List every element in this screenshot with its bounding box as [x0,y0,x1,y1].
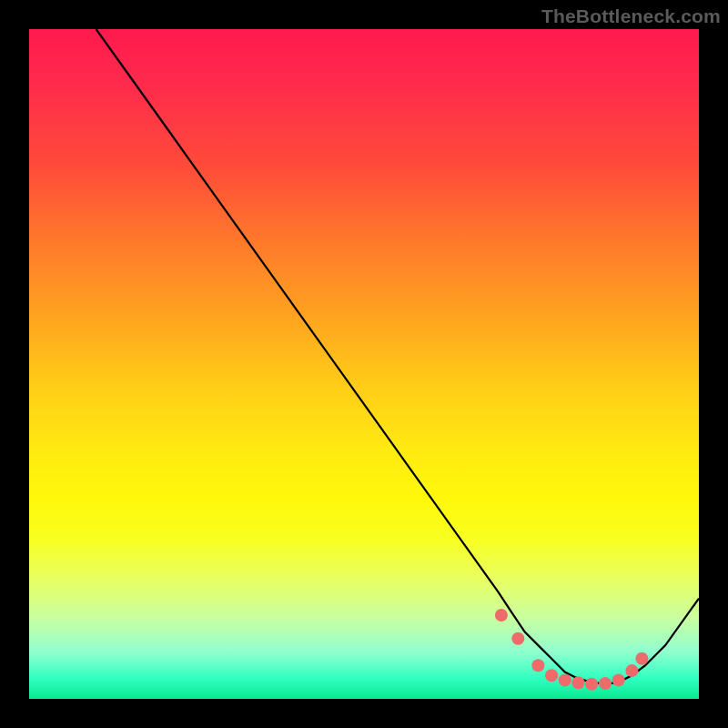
curve-svg [29,29,699,699]
marker-dot [585,678,598,691]
chart-container: TheBottleneck.com [0,0,728,728]
marker-dot [625,664,638,677]
marker-dot [545,669,558,682]
marker-dot [635,652,648,665]
marker-dot [511,632,524,645]
plot-area [29,29,699,699]
marker-dot [612,673,625,686]
watermark-text: TheBottleneck.com [541,5,721,27]
marker-dot [572,676,585,689]
marker-dot [599,677,612,690]
bottleneck-curve [96,29,699,684]
marker-dot [531,659,544,672]
marker-dot [559,673,571,686]
marker-dot [495,609,508,622]
